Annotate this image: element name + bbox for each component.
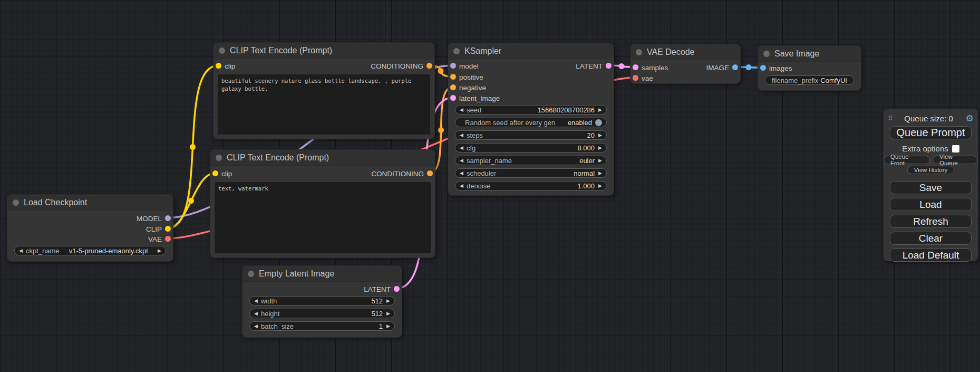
widget-label: Random seed after every gen <box>465 119 555 127</box>
node-clip-positive-titlebar[interactable]: CLIP Text Encode (Prompt) <box>214 43 434 59</box>
increment-arrow-icon[interactable]: ▶ <box>598 156 602 165</box>
input-dot-images[interactable] <box>760 65 766 71</box>
save-button[interactable]: Save <box>890 181 972 194</box>
output-dot-conditioning[interactable] <box>427 170 433 176</box>
output-dot-latent[interactable] <box>394 286 400 292</box>
cfg-widget[interactable]: ◀ cfg 8.000 ▶ <box>455 143 607 152</box>
node-clip-text-encode-positive[interactable]: CLIP Text Encode (Prompt) clip CONDITION… <box>213 42 435 139</box>
widget-label: sampler_name <box>467 157 512 165</box>
output-dot-model[interactable] <box>165 215 171 221</box>
node-empty-latent-image[interactable]: Empty Latent Image LATENT ◀ width 512 ▶ … <box>242 265 402 338</box>
slot-row: negative <box>448 82 614 93</box>
prompt-text-area[interactable]: text, watermark <box>215 182 431 253</box>
toggle-circle-icon[interactable] <box>595 119 602 126</box>
decrement-arrow-icon[interactable]: ◀ <box>460 168 463 178</box>
prompt-text-area[interactable]: beautiful scenery nature glass bottle la… <box>218 74 430 135</box>
node-empty-latent-titlebar[interactable]: Empty Latent Image <box>242 266 402 282</box>
view-queue-button[interactable]: View Queue <box>933 156 978 164</box>
batch-size-widget[interactable]: ◀ batch_size 1 ▶ <box>249 321 395 331</box>
seed-widget[interactable]: ◀ seed 156680208700286 ▶ <box>455 105 607 115</box>
node-load-checkpoint-titlebar[interactable]: Load Checkpoint <box>7 195 173 211</box>
increment-arrow-icon[interactable]: ▶ <box>598 181 602 190</box>
input-dot-negative[interactable] <box>450 84 456 90</box>
increment-arrow-icon[interactable]: ▶ <box>598 130 602 140</box>
drag-handle-icon[interactable]: ⠿ <box>888 115 892 122</box>
node-collapse-dot-icon[interactable] <box>453 48 460 54</box>
filename-prefix-widget[interactable]: filename_prefix ComfyUI <box>765 75 854 85</box>
decrement-arrow-icon[interactable]: ◀ <box>460 181 463 190</box>
node-collapse-dot-icon[interactable] <box>763 51 770 57</box>
output-slot-clip: CLIP <box>7 224 173 234</box>
node-ksampler-titlebar[interactable]: KSampler <box>448 43 614 59</box>
height-widget[interactable]: ◀ height 512 ▶ <box>249 309 395 318</box>
input-dot-clip[interactable] <box>212 170 218 176</box>
output-slot-model: MODEL <box>7 213 173 224</box>
steps-widget[interactable]: ◀ steps 20 ▶ <box>455 130 607 140</box>
input-dot-vae[interactable] <box>633 75 638 81</box>
decrement-arrow-icon[interactable]: ◀ <box>460 130 463 140</box>
node-collapse-dot-icon[interactable] <box>636 49 642 55</box>
node-clip-negative-titlebar[interactable]: CLIP Text Encode (Prompt) <box>210 150 435 166</box>
increment-arrow-icon[interactable]: ▶ <box>598 168 602 178</box>
widget-label: ckpt_name <box>26 247 60 255</box>
output-dot-conditioning[interactable] <box>426 63 432 69</box>
decrement-arrow-icon[interactable]: ◀ <box>460 105 463 115</box>
input-dot-latent-image[interactable] <box>450 95 456 101</box>
increment-arrow-icon[interactable]: ▶ <box>386 296 390 306</box>
node-save-image[interactable]: Save Image images filename_prefix ComfyU… <box>758 45 861 91</box>
node-collapse-dot-icon[interactable] <box>216 155 222 161</box>
node-collapse-dot-icon[interactable] <box>13 199 19 206</box>
ckpt-name-widget[interactable]: ◀ ckpt_name v1-5-pruned-emaonly.ckpt ▶ <box>14 246 166 255</box>
decrement-arrow-icon[interactable]: ◀ <box>254 309 258 318</box>
increment-arrow-icon[interactable]: ▶ <box>386 321 390 331</box>
widget-label: denoise <box>467 182 491 190</box>
node-vae-decode-titlebar[interactable]: VAE Decode <box>630 44 740 60</box>
sampler-name-widget[interactable]: ◀ sampler_name euler ▶ <box>455 156 607 165</box>
output-dot-latent[interactable] <box>606 63 612 69</box>
decrement-arrow-icon[interactable]: ◀ <box>460 156 463 165</box>
increment-arrow-icon[interactable]: ▶ <box>598 143 602 152</box>
node-collapse-dot-icon[interactable] <box>219 47 225 54</box>
output-dot-image[interactable] <box>732 64 738 70</box>
increment-arrow-icon[interactable]: ▶ <box>598 105 602 115</box>
increment-arrow-icon[interactable]: ▶ <box>158 246 161 255</box>
scheduler-widget[interactable]: ◀ scheduler normal ▶ <box>455 168 607 178</box>
slot-row: model LATENT <box>448 61 614 71</box>
decrement-arrow-icon[interactable]: ◀ <box>19 246 23 255</box>
input-dot-model[interactable] <box>450 63 456 69</box>
widget-label: width <box>261 297 277 305</box>
refresh-button[interactable]: Refresh <box>890 215 972 228</box>
clear-button[interactable]: Clear <box>890 232 972 245</box>
output-dot-vae[interactable] <box>165 236 171 242</box>
denoise-widget[interactable]: ◀ denoise 1.000 ▶ <box>455 181 607 190</box>
link-midpoint-dot-clip-positive <box>190 144 196 150</box>
decrement-arrow-icon[interactable]: ◀ <box>254 321 258 331</box>
node-save-image-titlebar[interactable]: Save Image <box>758 46 861 62</box>
node-load-checkpoint[interactable]: Load Checkpoint MODEL CLIP VAE ◀ ckpt_na… <box>7 194 173 262</box>
random-seed-toggle[interactable]: Random seed after every gen enabled <box>455 118 607 127</box>
decrement-arrow-icon[interactable]: ◀ <box>254 296 258 306</box>
view-history-button[interactable]: View History <box>907 166 955 174</box>
widget-value: 20 <box>587 131 595 139</box>
comfyui-canvas[interactable]: { "colors": { "model": "#B39DDB", "clip"… <box>0 0 980 372</box>
node-vae-decode[interactable]: VAE Decode samples IMAGE vae <box>630 44 741 84</box>
load-button[interactable]: Load <box>890 198 972 211</box>
settings-gear-icon[interactable]: ⚙ <box>966 114 974 123</box>
queue-front-button[interactable]: Queue Front <box>884 156 930 164</box>
output-dot-clip[interactable] <box>165 226 171 232</box>
input-dot-clip[interactable] <box>216 63 221 69</box>
node-clip-text-encode-negative[interactable]: CLIP Text Encode (Prompt) clip CONDITION… <box>210 149 435 258</box>
node-ksampler[interactable]: KSampler model LATENT positive negative … <box>448 43 614 196</box>
node-title: CLIP Text Encode (Prompt) <box>227 153 329 163</box>
increment-arrow-icon[interactable]: ▶ <box>386 309 390 318</box>
load-default-button[interactable]: Load Default <box>890 249 972 262</box>
input-label-latent-image: latent_image <box>459 94 500 102</box>
queue-prompt-button[interactable]: Queue Prompt <box>890 126 972 139</box>
width-widget[interactable]: ◀ width 512 ▶ <box>249 296 395 306</box>
decrement-arrow-icon[interactable]: ◀ <box>460 143 463 152</box>
input-dot-samples[interactable] <box>633 64 638 70</box>
extra-options-checkbox[interactable] <box>952 145 959 152</box>
input-dot-positive[interactable] <box>450 74 456 80</box>
slot-row: positive <box>448 72 614 82</box>
node-collapse-dot-icon[interactable] <box>248 271 254 277</box>
